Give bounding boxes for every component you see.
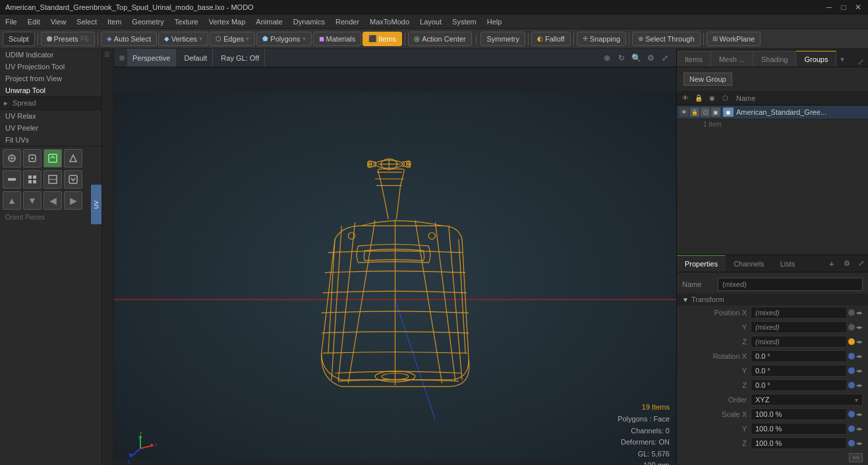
list-icon-mesh[interactable]: ⬡ [719, 92, 731, 104]
props-tab-lists[interactable]: Lists [772, 255, 803, 272]
materials-button[interactable]: ◼ Materials [313, 32, 362, 46]
props-expand-button[interactable]: ⤢ [854, 259, 868, 268]
list-icon-lock[interactable]: 🔒 [693, 92, 705, 104]
icon-btn-3[interactable] [43, 149, 62, 168]
props-section-transform[interactable]: ▼ Transform [677, 294, 868, 305]
scale-y-value[interactable]: 100.0 % [751, 423, 847, 435]
menu-system[interactable]: System [447, 15, 482, 28]
rot-y-value[interactable]: 0.0 ° [751, 365, 847, 377]
menu-edit[interactable]: Edit [22, 15, 45, 28]
arrow-down-btn[interactable]: ▼ [23, 191, 42, 210]
item-row-main[interactable]: 👁 🔒 ⬡ ▣ ▣ American_Standard_Gree... [677, 106, 868, 119]
pos-z-orange-dot[interactable] [848, 338, 855, 345]
menu-vertexmap[interactable]: Vertex Map [204, 15, 251, 28]
props-gear-button[interactable]: ⚙ [840, 259, 854, 268]
tool-uvproj[interactable]: UV Projection Tool [0, 61, 101, 73]
icon-btn-8[interactable] [64, 170, 82, 189]
tool-udim[interactable]: UDIM Indicator [0, 49, 101, 61]
minimize-button[interactable]: ─ [825, 3, 834, 12]
arrow-up-btn[interactable]: ▲ [3, 191, 21, 210]
tool-projview[interactable]: Project from View [0, 73, 101, 84]
perspective-text: Perspective [132, 54, 170, 62]
auto-select-button[interactable]: ◈ Auto Select [101, 32, 157, 46]
menu-help[interactable]: Help [482, 15, 507, 28]
scale-x-value[interactable]: 100.0 % [751, 408, 847, 420]
scale-z-dot [848, 440, 855, 447]
viewport-default-label[interactable]: Default [179, 49, 213, 67]
falloff-button[interactable]: ◐ Falloff [531, 32, 571, 46]
item-mesh-icon[interactable]: ▣ [711, 108, 720, 117]
props-name-input[interactable] [718, 278, 863, 291]
presets-button[interactable]: Presets F6 [41, 32, 95, 46]
select-through-button[interactable]: ⊕ Select Through [632, 32, 700, 46]
polygons-button[interactable]: ⬟ Polygons ▾ [256, 32, 311, 46]
arrow-left-btn[interactable]: ◀ [43, 191, 62, 210]
item-render-icon[interactable]: ⬡ [701, 108, 710, 117]
tool-unwrap[interactable]: Unwrap Tool [0, 84, 101, 96]
icon-btn-6[interactable] [23, 170, 42, 189]
order-value[interactable]: XYZ ▾ [751, 394, 863, 406]
icon-btn-1[interactable] [3, 149, 21, 168]
menu-animate[interactable]: Animate [250, 15, 287, 28]
item-count-text: 1 Item [677, 119, 868, 129]
symmetry-button[interactable]: Symmetry [480, 32, 525, 46]
menu-dynamics[interactable]: Dynamics [288, 15, 330, 28]
menu-file[interactable]: File [0, 15, 22, 28]
viewport-refresh-icon[interactable]: ↻ [616, 52, 627, 64]
item-lock-icon[interactable]: 🔒 [690, 108, 699, 117]
icon-btn-5[interactable] [3, 170, 21, 189]
list-icon-eye[interactable]: 👁 [680, 92, 691, 104]
viewport-canvas[interactable]: 19 Items Polygons : Face Channels: 0 Def… [114, 67, 676, 465]
icon-btn-4[interactable] [64, 149, 82, 168]
scale-z-value[interactable]: 100.0 % [751, 437, 847, 449]
menu-item[interactable]: Item [102, 15, 127, 28]
menu-select[interactable]: Select [71, 15, 102, 28]
menu-view[interactable]: View [45, 15, 72, 28]
props-tab-properties[interactable]: Properties [677, 255, 726, 272]
edges-button[interactable]: ⬡ Edges ▾ [210, 32, 255, 46]
viewport-expand-icon[interactable]: ⤢ [659, 52, 671, 64]
menu-geometry[interactable]: Geometry [127, 15, 169, 28]
menu-render[interactable]: Render [330, 15, 364, 28]
viewport-perspective-label[interactable]: Perspective [127, 49, 176, 67]
menu-texture[interactable]: Texture [169, 15, 204, 28]
tab-items[interactable]: Items [677, 51, 711, 67]
uv-side-tab[interactable]: UV [91, 185, 101, 224]
rot-x-value[interactable]: 0.0 ° [751, 350, 847, 362]
list-icon-render[interactable]: ◉ [706, 92, 718, 104]
props-tab-channels[interactable]: Channels [726, 255, 772, 272]
viewport-search-icon[interactable]: 🔍 [630, 52, 642, 64]
action-center-button[interactable]: ◎ Action Center [408, 32, 472, 46]
props-add-button[interactable]: + [824, 259, 840, 269]
tab-groups[interactable]: Groups [796, 51, 836, 67]
tool-uv-relax[interactable]: UV Relax [0, 110, 101, 122]
vertices-button[interactable]: ◆ Vertices ▾ [158, 32, 208, 46]
pos-y-value[interactable]: (mixed) [751, 321, 847, 333]
maximize-button[interactable]: □ [839, 3, 848, 12]
sculpt-button[interactable]: Sculpt [3, 32, 35, 46]
pos-x-value[interactable]: (mixed) [751, 307, 847, 319]
workplane-button[interactable]: ⊞ WorkPlane [707, 32, 761, 46]
props-expand-more-button[interactable]: >> [849, 453, 863, 462]
menu-layout[interactable]: Layout [415, 15, 447, 28]
tab-expand-button[interactable]: ⤢ [854, 57, 868, 67]
viewport-ray-gl-label[interactable]: Ray GL: Off [216, 49, 265, 67]
snapping-button[interactable]: ✛ Snapping [577, 32, 627, 46]
tab-more-button[interactable]: ▾ [836, 52, 848, 67]
icon-btn-2[interactable] [23, 149, 42, 168]
viewport-orbit-icon[interactable]: ⊕ [601, 52, 613, 64]
new-group-button[interactable]: New Group [683, 73, 732, 86]
icon-btn-7[interactable] [43, 170, 62, 189]
close-button[interactable]: ✕ [854, 3, 863, 12]
tab-shading[interactable]: Shading [753, 51, 796, 67]
tool-fit-uvs[interactable]: Fit UVs [0, 134, 101, 146]
item-eye-icon[interactable]: 👁 [680, 108, 689, 117]
items-button[interactable]: ⬛ Items [362, 32, 402, 46]
menu-maxtomodo[interactable]: MaxToModo [364, 15, 415, 28]
tab-mesh[interactable]: Mesh ... [711, 51, 753, 67]
pos-z-value[interactable]: (mixed) [751, 336, 847, 348]
arrow-right-btn[interactable]: ▶ [64, 191, 82, 210]
rot-z-value[interactable]: 0.0 ° [751, 379, 847, 391]
viewport-settings-icon[interactable]: ⚙ [645, 52, 656, 64]
tool-uv-peeler[interactable]: UV Peeler [0, 122, 101, 134]
